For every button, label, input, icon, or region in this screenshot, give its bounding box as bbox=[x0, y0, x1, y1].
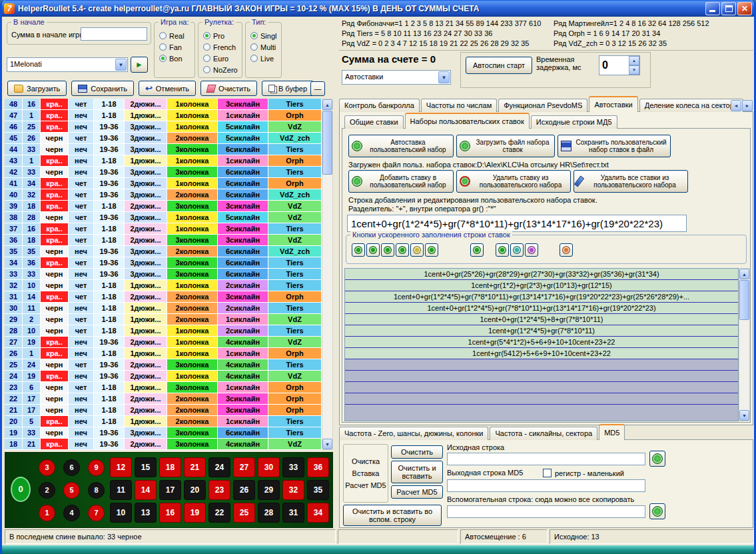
subtab-исходные-строки-мд5[interactable]: Исходные строки МД5 bbox=[531, 115, 617, 129]
board-number-0[interactable]: 0 bbox=[11, 477, 31, 502]
history-row[interactable]: 205кра..неч1-181дюжи...2колонка1сиклайнT… bbox=[5, 416, 322, 427]
bet-list-item[interactable]: 1cent+0+gr(1*2*4*5)+8+gr(7*8*10*11) bbox=[345, 314, 738, 325]
board-number-32[interactable]: 32 bbox=[282, 480, 304, 500]
delete-all-bets-button[interactable]: Удалить все ставки из пользовательского … bbox=[573, 170, 688, 193]
board-number-29[interactable]: 29 bbox=[258, 480, 280, 500]
close-button[interactable]: ✕ bbox=[737, 2, 752, 15]
quick-bet-button-9[interactable] bbox=[510, 243, 524, 257]
bet-list-scrollbar[interactable]: ▲ ▼ bbox=[739, 268, 750, 421]
board-number-27[interactable]: 27 bbox=[233, 457, 255, 477]
load-bet-set-file-button[interactable]: Загрузить файл набора ставок bbox=[456, 135, 555, 157]
board-number-25[interactable]: 25 bbox=[233, 503, 255, 523]
save-bet-set-file-button[interactable]: Сохранить пользовательский набор ставок … bbox=[558, 135, 671, 157]
minimize-button[interactable] bbox=[705, 2, 720, 15]
bet-list-item[interactable]: 1cent+0+gr(25*26)+gr(28*29)+gr(27*30)+gr… bbox=[345, 269, 738, 280]
board-number-11[interactable]: 11 bbox=[110, 480, 132, 500]
board-number-5[interactable]: 5 bbox=[63, 482, 80, 499]
history-row[interactable]: 4816кра..чет1-182дюжи...1колонка3сиклайн… bbox=[5, 99, 322, 110]
tab-частота-сиклайны-сектора[interactable]: Частота - сиклайны, сектора bbox=[490, 427, 597, 440]
board-number-8[interactable]: 8 bbox=[88, 482, 105, 499]
board-number-21[interactable]: 21 bbox=[184, 457, 206, 477]
chevron-down-icon[interactable]: ▼ bbox=[438, 71, 450, 83]
board-number-7[interactable]: 7 bbox=[88, 505, 105, 521]
play-button[interactable]: ► bbox=[131, 57, 148, 73]
start-sum-input[interactable] bbox=[81, 27, 147, 41]
board-number-14[interactable]: 14 bbox=[135, 480, 157, 500]
history-row[interactable]: 4233черннеч19-363дюжи...3колонка6сиклайн… bbox=[5, 167, 322, 178]
radio-option-bon[interactable]: Bon bbox=[157, 53, 194, 64]
collapse-button[interactable]: — bbox=[310, 81, 325, 96]
spin-up-icon[interactable]: ▲ bbox=[629, 56, 639, 65]
history-row[interactable]: 292чернчет1-181дюжи...2колонка1сиклайнVd… bbox=[5, 314, 322, 325]
toolbar-отменить-button[interactable]: ↩Отменить bbox=[139, 81, 196, 96]
bet-list-item[interactable]: 1cent+gr(1*2)+gr(2*3)+gr(10*13)+gr(12*15… bbox=[345, 280, 738, 291]
quick-bet-button-7[interactable] bbox=[470, 243, 484, 257]
history-row[interactable]: 3333черннеч19-363дюжи...3колонка6сиклайн… bbox=[5, 269, 322, 280]
history-row[interactable]: 236чернчет1-181дюжи...3колонка1сиклайнOr… bbox=[5, 382, 322, 393]
md5-clear-button[interactable]: Очистить bbox=[391, 445, 443, 459]
delay-input[interactable] bbox=[599, 56, 629, 75]
board-number-18[interactable]: 18 bbox=[159, 457, 181, 477]
autobet-mode-select[interactable]: Автоставки ▼ bbox=[342, 70, 451, 85]
board-number-36[interactable]: 36 bbox=[307, 457, 329, 477]
board-number-13[interactable]: 13 bbox=[135, 503, 157, 523]
tab-scroll-right-icon[interactable]: ► bbox=[742, 100, 753, 111]
board-number-10[interactable]: 10 bbox=[110, 503, 132, 523]
history-row[interactable]: 3436кра..чет19-363дюжи...3колонка6сиклай… bbox=[5, 257, 322, 269]
history-row[interactable]: 471кра..неч1-181дюжи...1колонка1сиклайнO… bbox=[5, 110, 322, 121]
board-number-9[interactable]: 9 bbox=[88, 459, 105, 476]
history-row[interactable]: 3828чернчет19-363дюжи...1колонка5сиклайн… bbox=[5, 212, 322, 223]
tab-частота-zero-шансы-дюжины-колонки[interactable]: Частота - Zero, шансы, дюжины, колонки bbox=[339, 427, 488, 440]
radio-option-french[interactable]: French bbox=[200, 41, 241, 53]
radio-option-fan[interactable]: Fan bbox=[157, 41, 194, 53]
history-row[interactable]: 3716кра..чет1-182дюжи...1колонка3сиклайн… bbox=[5, 223, 322, 235]
tab-контроль-банкролла[interactable]: Контроль банкролла bbox=[339, 99, 420, 112]
strategy-select[interactable]: 1Melonati ▼ bbox=[7, 57, 128, 72]
history-scrollbar[interactable]: ▲ ▼ bbox=[322, 99, 333, 450]
md5-output-input[interactable] bbox=[447, 479, 645, 492]
tab-деление-колеса-на-сектора[interactable]: Деление колеса на сектора bbox=[639, 99, 743, 112]
board-number-22[interactable]: 22 bbox=[208, 503, 230, 523]
history-row[interactable]: 3114кра..чет1-182дюжи...2колонка3сиклайн… bbox=[5, 291, 322, 303]
bet-list-item[interactable]: 1cent+gr(5*4*1*2)+5+6+9+10+10cent+23+22 bbox=[345, 337, 738, 348]
history-row[interactable]: 261кра..неч1-181дюжи...1колонка1сиклайнO… bbox=[5, 348, 322, 359]
board-number-20[interactable]: 20 bbox=[184, 480, 206, 500]
toolbar-загрузить-button[interactable]: Загрузить bbox=[7, 81, 67, 96]
scroll-down-icon[interactable]: ▼ bbox=[739, 410, 749, 421]
bet-list-item[interactable]: 1cent+gr(5412)+5+6+9+10+10cent+23+22 bbox=[345, 348, 738, 359]
quick-bet-button-6[interactable] bbox=[425, 243, 438, 257]
board-number-17[interactable]: 17 bbox=[159, 480, 181, 500]
tab-md5[interactable]: MD5 bbox=[599, 424, 625, 440]
delete-bet-button[interactable]: Удалить ставку из пользовательского набо… bbox=[456, 170, 571, 193]
board-number-31[interactable]: 31 bbox=[282, 503, 304, 523]
quick-bet-button-5[interactable] bbox=[410, 243, 424, 257]
board-number-12[interactable]: 12 bbox=[110, 457, 132, 477]
quick-bet-button-3[interactable] bbox=[381, 243, 394, 257]
tab-scroll-left-icon[interactable]: ◄ bbox=[731, 100, 741, 111]
history-row[interactable]: 2810чернчет1-181дюжи...1колонка2сиклайнT… bbox=[5, 325, 322, 337]
spin-down-icon[interactable]: ▼ bbox=[629, 65, 639, 75]
quick-bet-button-1[interactable] bbox=[352, 243, 365, 257]
chevron-down-icon[interactable]: ▼ bbox=[115, 59, 127, 71]
radio-option-live[interactable]: Live bbox=[248, 53, 280, 64]
bet-list-item[interactable]: 1cent+0+gr(1*2*4*5)+gr(7*8*10*11)+gr(13*… bbox=[345, 291, 738, 303]
md5-source-chip-button[interactable] bbox=[649, 451, 665, 467]
scroll-up-icon[interactable]: ▲ bbox=[739, 269, 749, 279]
toolbar-в-буфер-button[interactable]: В буфер bbox=[262, 81, 314, 96]
bet-list-item[interactable]: 1cent+gr(1*2*4*5)+gr(7*8*10*11) bbox=[345, 325, 738, 337]
quick-bet-button-11[interactable] bbox=[560, 243, 573, 257]
history-row[interactable]: 4625кра..неч19-363дюжи...1колонка5сиклай… bbox=[5, 121, 322, 133]
radio-option-multi[interactable]: Multi bbox=[248, 41, 280, 53]
tab-частоты-по-числам[interactable]: Частоты по числам bbox=[421, 99, 497, 112]
title-bar[interactable]: 7 HelperRoullet 5.4- create helperroulle… bbox=[0, 0, 756, 17]
autospin-start-button[interactable]: Автоспин старт bbox=[466, 57, 532, 74]
quick-bet-button-2[interactable] bbox=[366, 243, 380, 257]
md5-clear-paste-aux-button[interactable]: Очистить и вставить во вспом. строку bbox=[343, 505, 442, 526]
board-number-19[interactable]: 19 bbox=[184, 503, 206, 523]
md5-source-input[interactable] bbox=[447, 453, 645, 465]
radio-option-real[interactable]: Real bbox=[157, 30, 194, 41]
history-row[interactable]: 4032кра..чет19-363дюжи...2колонка6сиклай… bbox=[5, 189, 322, 201]
history-row[interactable]: 1933черннеч19-363дюжи...3колонка6сиклайн… bbox=[5, 427, 322, 439]
history-row[interactable]: 4433черннеч19-363дюжи...3колонка6сиклайн… bbox=[5, 144, 322, 155]
radio-option-nozero[interactable]: NoZero bbox=[200, 64, 241, 75]
